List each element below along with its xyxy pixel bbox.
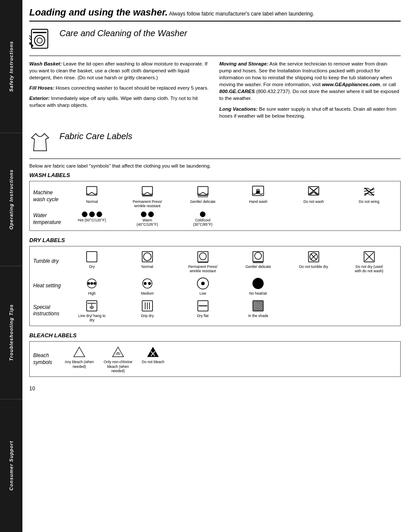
dry-labels-title: DRY LABELS — [29, 237, 401, 243]
bleach-any-label: Any bleach (when needed) — [64, 360, 94, 368]
svg-point-42 — [93, 282, 96, 285]
heat-high-label: High — [88, 291, 96, 296]
temp-hot-icon — [81, 212, 103, 217]
heat-low-item: Low — [175, 277, 230, 296]
svg-rect-22 — [87, 252, 97, 262]
water-temp-row: Water temperature Hot (50°C/120°F) — [33, 212, 397, 227]
dry-normal-icon — [140, 250, 154, 264]
wash-cycle-category: Machine wash cycle — [33, 190, 64, 203]
bleach-nonchlorine-item: Only non-chlorine bleach (when needed) — [103, 345, 133, 373]
svg-point-26 — [199, 253, 206, 260]
wash-normal-icon — [85, 185, 99, 199]
special-empty1 — [286, 299, 342, 322]
care-right-col: Moving and Storage: Ask the service tech… — [219, 60, 401, 123]
temp-empty2 — [286, 212, 342, 227]
heat-noheat-icon — [251, 277, 265, 290]
wash-donowring-label: Do not wring — [359, 199, 380, 204]
special-dryflat-icon — [196, 299, 210, 313]
page-subtitle: Always follow fabric manufacturer's care… — [169, 11, 314, 17]
wash-permpress-item: Permanent Press/ wrinkle resistant — [120, 185, 175, 208]
svg-point-6 — [29, 42, 31, 45]
water-temp-category: Water temperature — [33, 212, 64, 226]
bleach-donot-icon — [146, 345, 160, 359]
dry-normal-label: Normal — [141, 264, 153, 269]
bleach-labels-title: BLEACH LABELS — [29, 332, 401, 339]
svg-point-41 — [90, 282, 93, 285]
care-para-exterior: Exterior: Immediately wipe off any spill… — [29, 95, 211, 109]
care-section: Care and Cleaning of the Washer Wash Bas… — [29, 28, 401, 123]
heat-medium-label: Medium — [141, 291, 154, 296]
sidebar-safety: Safety Instructions — [0, 0, 22, 133]
special-dryflat-label: Dry flat — [197, 314, 209, 318]
temp-cold-label: Cold/cool (30°C/85°F) — [188, 218, 218, 227]
heat-high-item: High — [64, 277, 120, 296]
fabric-section-title: Fabric Care Labels — [59, 131, 132, 141]
temp-warm-icon — [140, 212, 154, 217]
care-exterior-text: Immediately wipe off any spills. Wipe wi… — [29, 96, 198, 108]
wash-donot-icon — [307, 185, 321, 199]
wash-gentle-item: Gentle/ delicate — [175, 185, 230, 208]
wash-donot-item: Do not wash — [286, 185, 342, 208]
temp-cold-item: Cold/cool (30°C/85°F) — [175, 212, 230, 227]
sidebar-operating-label: Operating Instructions — [9, 169, 14, 230]
care-fillhoses-text: Hoses connecting washer to faucet should… — [56, 85, 209, 90]
temp-cold-icon — [199, 212, 206, 217]
bleach-row: Bleach symbols Any bleach (when needed) — [33, 345, 397, 373]
wash-hand-item: Hand wash — [230, 185, 286, 208]
svg-rect-10 — [87, 187, 97, 195]
care-para-fillhoses: Fill Hoses: Hoses connecting washer to f… — [29, 84, 211, 91]
special-dripdry-icon — [140, 299, 154, 313]
dry-dry-icon — [85, 250, 99, 264]
page-header: Loading and using the washer. Always fol… — [29, 7, 401, 22]
bleach-any-item: Any bleach (when needed) — [64, 345, 94, 373]
special-empty2 — [341, 299, 397, 322]
care-exterior-label: Exterior: — [29, 96, 50, 101]
dry-notumble-label: Do not tumble dry — [299, 264, 328, 269]
wash-normal-label: Normal — [86, 199, 98, 204]
wash-labels-table: Machine wash cycle Normal — [29, 181, 401, 231]
svg-marker-75 — [147, 347, 159, 357]
dry-gentle-label: Gentle/ delicate — [246, 264, 271, 269]
sidebar: Safety Instructions Operating Instructio… — [0, 0, 22, 532]
special-linedry-item: Line dry/ hang to dry — [64, 299, 120, 322]
svg-point-29 — [255, 252, 262, 259]
heat-noheat-item: No heat/air — [230, 277, 286, 296]
dry-normal-item: Normal — [120, 250, 175, 273]
water-temp-symbols: Hot (50°C/120°F) Warm (40°C/105°F) — [64, 212, 397, 227]
bleach-donot-item: Do not bleach — [142, 345, 164, 373]
page-title: Loading and using the washer. — [29, 7, 168, 18]
page-number: 10 — [29, 386, 401, 392]
dry-permpress-label: Permanent Press/ wrinkle resistant — [188, 264, 218, 273]
sidebar-safety-label: Safety Instructions — [9, 41, 14, 92]
svg-marker-71 — [74, 347, 85, 357]
dry-notumble-item: Do not tumble dry — [286, 250, 342, 273]
heat-setting-category: Heat setting — [33, 283, 64, 289]
svg-point-44 — [144, 282, 147, 285]
fabric-intro: Below are fabric care label "symbols" th… — [29, 163, 401, 168]
fabric-section: Fabric Care Labels Below are fabric care… — [29, 131, 401, 377]
heat-low-icon — [196, 277, 210, 290]
heat-high-icon — [85, 277, 99, 290]
care-vacation-label: Long Vacations: — [219, 106, 258, 112]
heat-empty1 — [286, 277, 342, 296]
wash-labels-title: WASH LABELS — [29, 172, 401, 178]
special-inst-symbols: Line dry/ hang to dry Drip dry — [64, 299, 397, 322]
wash-cycle-symbols: Normal Permanent Press/ wrinkle resistan… — [64, 185, 397, 208]
special-dripdry-item: Drip dry — [120, 299, 175, 322]
heat-empty2 — [341, 277, 397, 296]
heat-low-label: Low — [199, 291, 206, 296]
dry-gentle-item: Gentle/ delicate — [230, 250, 286, 273]
svg-rect-1 — [33, 32, 47, 33]
main-content: Loading and using the washer. Always fol… — [22, 0, 411, 532]
svg-point-2 — [34, 35, 45, 46]
wash-gentle-icon — [196, 185, 210, 199]
dry-dry-label: Dry — [89, 264, 95, 269]
wash-hand-icon — [251, 185, 265, 199]
dry-nodry-icon — [362, 250, 376, 264]
special-inst-category: Special instructions — [33, 304, 64, 317]
dry-dry-item: Dry — [64, 250, 120, 273]
sidebar-operating: Operating Instructions — [0, 133, 22, 266]
dry-labels-table: Tumble dry Dry — [29, 246, 401, 327]
special-linedry-label: Line dry/ hang to dry — [77, 314, 107, 322]
temp-empty1 — [230, 212, 286, 227]
